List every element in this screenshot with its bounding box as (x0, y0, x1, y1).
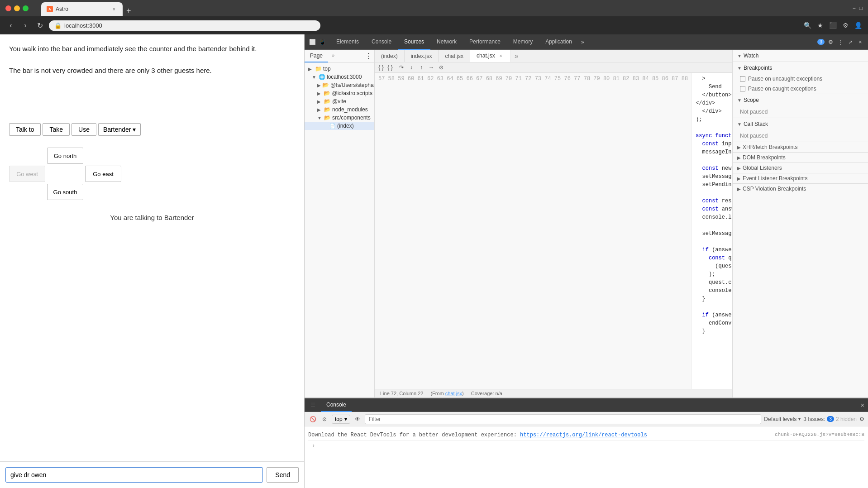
tree-item-src-components[interactable]: ▼ 📂 src/components (305, 114, 374, 122)
event-breakpoints-header[interactable]: ▶ Event Listener Breakpoints (733, 173, 868, 183)
scope-header[interactable]: ▼ Scope (733, 94, 868, 106)
tab-performance[interactable]: Performance (463, 34, 507, 50)
refresh-button[interactable]: ↻ (34, 20, 45, 31)
minimize-button[interactable] (14, 5, 20, 11)
breakpoints-header[interactable]: ▼ Breakpoints (733, 62, 868, 74)
devtools-more-tabs[interactable]: » (578, 39, 587, 45)
go-north-button[interactable]: Go north (47, 148, 83, 164)
pause-uncaught-checkbox[interactable] (740, 76, 745, 81)
tab-network[interactable]: Network (430, 34, 463, 50)
tree-item-node-modules[interactable]: ▶ 📂 node_modules (305, 105, 374, 114)
dom-breakpoints-header[interactable]: ▶ DOM Breakpoints (733, 153, 868, 163)
talk-to-button[interactable]: Talk to (9, 123, 41, 136)
live-expressions-icon[interactable]: 👁 (353, 415, 362, 424)
call-stack-header[interactable]: ▼ Call Stack (733, 118, 868, 130)
search-icon[interactable]: 🔍 (803, 21, 812, 30)
back-button[interactable]: ‹ (5, 20, 16, 31)
tab-memory[interactable]: Memory (507, 34, 539, 50)
console-settings-icon[interactable]: ⚙ (859, 416, 864, 422)
go-west-button[interactable]: Go west (9, 166, 45, 182)
console-close-button[interactable]: × (861, 402, 864, 409)
xhr-breakpoints-header[interactable]: ▶ XHR/fetch Breakpoints (733, 142, 868, 152)
tab-label: index.jsx (411, 53, 432, 59)
tree-label: top (323, 66, 331, 72)
send-button[interactable]: Send (267, 467, 299, 483)
forward-button[interactable]: › (20, 20, 31, 31)
react-devtools-link[interactable]: https://reactjs.org/link/react-devtools (520, 432, 647, 438)
pretty-print-icon[interactable]: { } (386, 64, 394, 71)
game-input-field[interactable] (5, 467, 263, 483)
profile-icon[interactable]: 👤 (854, 21, 863, 30)
debugger-controls: ↷ ↓ ↑ → ⊘ (397, 63, 445, 72)
dock-icon[interactable]: ↗ (846, 38, 854, 46)
code-tab-chat-jsx-1[interactable]: chat.jsx (439, 50, 470, 62)
maximize-button[interactable] (23, 5, 29, 11)
expand-arrow-icon: ▼ (312, 75, 317, 80)
code-tabs-more[interactable]: » (511, 52, 522, 60)
tree-item-fs[interactable]: ▶ 📂 @fs/Users/stepha (305, 81, 374, 89)
console-sidebar-icon[interactable]: ☰ (308, 401, 317, 410)
console-filter-icon[interactable]: ⊘ (320, 415, 329, 424)
bookmark-icon[interactable]: ★ (816, 21, 825, 30)
console-levels-dropdown[interactable]: Default levels ▾ (764, 416, 801, 422)
take-button[interactable]: Take (43, 123, 70, 136)
tree-item-top[interactable]: ▶ 📁 top (305, 65, 374, 73)
go-south-button[interactable]: Go south (47, 184, 83, 200)
step-out-icon[interactable]: ↑ (417, 63, 425, 72)
right-panel: ▼ Watch ▼ Breakpoints Pause on uncaught … (732, 50, 868, 397)
console-tab[interactable]: Console (321, 398, 352, 412)
window-maximize-icon[interactable]: □ (859, 5, 863, 11)
csp-breakpoints-header[interactable]: ▶ CSP Violation Breakpoints (733, 184, 868, 194)
inspect-icon[interactable]: ⬜ (308, 38, 316, 46)
use-button[interactable]: Use (72, 123, 96, 136)
close-devtools-icon[interactable]: × (856, 38, 864, 46)
from-file-link[interactable]: chat.jsx (445, 391, 462, 396)
event-label: Event Listener Breakpoints (743, 175, 807, 182)
step-over-icon[interactable]: ↷ (397, 63, 405, 72)
pause-caught-checkbox[interactable] (740, 86, 745, 91)
close-button[interactable] (5, 5, 11, 11)
settings-icon[interactable]: ⚙ (841, 21, 850, 30)
window-minimize-icon[interactable]: − (853, 5, 856, 11)
global-listeners-header[interactable]: ▶ Global Listeners (733, 163, 868, 173)
code-tab-index-jsx[interactable]: index.jsx (405, 50, 439, 62)
tab-close-button[interactable]: × (111, 6, 117, 12)
browser-tab-astro[interactable]: A Astro × (41, 2, 123, 16)
tab-application[interactable]: Application (539, 34, 578, 50)
dom-expand-icon: ▶ (737, 155, 741, 160)
code-tab-chat-jsx-2[interactable]: chat.jsx × (470, 50, 511, 62)
url-bar[interactable]: 🔒 localhost:3000 (49, 20, 320, 31)
tab-console[interactable]: Console (365, 34, 398, 50)
sidebar-more-tabs[interactable]: » (328, 50, 338, 62)
favicon-icon: A (47, 6, 53, 12)
code-tab-index-html[interactable]: (index) (375, 50, 405, 62)
code-content[interactable]: > Send </button> </div> </div> ); async … (692, 73, 732, 389)
tree-item-astro[interactable]: ▶ 📂 @id/astro:scripts (305, 89, 374, 97)
device-icon[interactable]: 📱 (318, 38, 326, 46)
format-icon[interactable]: { } (377, 64, 385, 71)
extension-icon[interactable]: ⬛ (828, 21, 837, 30)
deactivate-breakpoints-icon[interactable]: ⊘ (437, 63, 445, 72)
tab-close-icon[interactable]: × (498, 53, 504, 59)
tab-sources[interactable]: Sources (398, 34, 430, 50)
go-east-button[interactable]: Go east (85, 166, 121, 182)
new-tab-button[interactable]: + (123, 6, 135, 16)
tree-item-vite[interactable]: ▶ 📂 @vite (305, 97, 374, 105)
console-filter-input[interactable] (365, 414, 762, 424)
main-area: You walk into the bar and immediately se… (0, 34, 868, 488)
step-icon[interactable]: → (427, 63, 435, 72)
sidebar-options-icon[interactable]: ⋮ (363, 50, 374, 62)
page-tab[interactable]: Page (305, 50, 328, 62)
more-options-icon[interactable]: ⋮ (836, 38, 844, 46)
settings-gear-icon[interactable]: ⚙ (826, 38, 835, 46)
target-dropdown[interactable]: Bartender ▾ (98, 123, 141, 136)
tree-item-index[interactable]: 📄 (index) (305, 122, 374, 130)
tab-elements[interactable]: Elements (330, 34, 365, 50)
console-clear-icon[interactable]: 🚫 (308, 415, 317, 424)
folder-icon: 📂 (324, 115, 331, 121)
tree-item-localhost[interactable]: ▼ 🌐 localhost:3000 (305, 73, 374, 81)
watch-header[interactable]: ▼ Watch (733, 50, 868, 62)
xhr-expand-icon: ▶ (737, 145, 741, 150)
top-context-selector[interactable]: top ▾ (332, 415, 350, 424)
step-into-icon[interactable]: ↓ (407, 63, 415, 72)
